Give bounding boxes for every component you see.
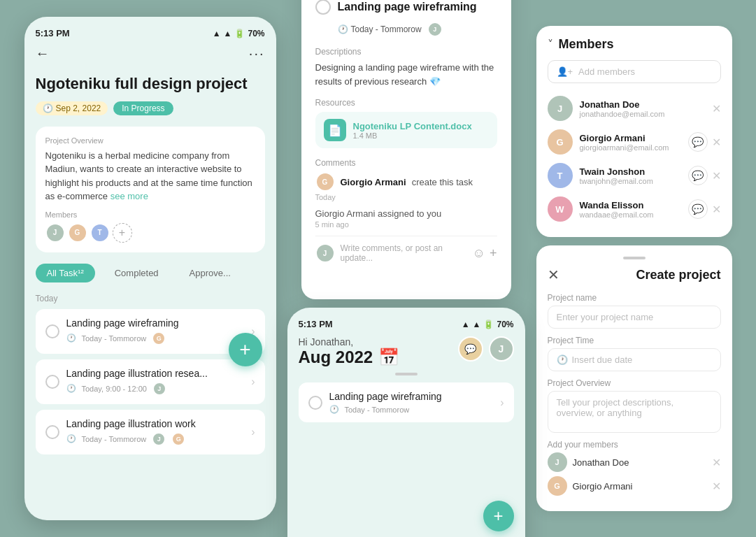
add-member-icon: 👤+ [557,66,573,77]
remove-added-2[interactable]: ✕ [712,480,721,493]
members-label: Members [45,210,255,219]
resource-name[interactable]: Ngoteniku LP Content.docx [353,121,472,131]
comment-item-1: G Giorgio Armani create this task Today [315,172,497,201]
member-row-4: W Wanda Elisson wandaae@email.com 💬 ✕ [548,192,721,226]
msg-btn-4[interactable]: 💬 [688,199,708,219]
today-label: Today [36,294,265,303]
clock-icon-p2: 🕐 [329,405,339,414]
remove-member-1[interactable]: ✕ [712,102,721,115]
project-overview-label: Project Overview [548,378,721,388]
msg-btn-3[interactable]: 💬 [688,166,708,185]
project-time-input[interactable]: 🕐 Insert due date [548,348,721,371]
battery-pct-2: 70% [497,320,513,329]
phone2-task-check[interactable] [308,396,322,410]
status-icons-1: ▲ ▲ 🔋 70% [213,29,265,38]
task-time-3: Today - Tommorow [82,435,147,443]
project-time-label: Project Time [548,336,721,345]
phone2-task-item[interactable]: Landing page wireframing 🕐 Today - Tommo… [299,382,514,422]
clock-icon-detail: 🕐 [338,24,348,34]
task-item-2[interactable]: Landing page illustration resea... 🕐 Tod… [36,359,265,404]
comment-user-avatar: J [315,243,335,263]
phone2-task-chevron: › [500,396,504,409]
overview-text: Ngoteniku is a herbal medicine company f… [45,149,255,203]
comment-action: create this task [412,177,473,187]
comment-input[interactable]: Write comments, or post an update... [341,243,467,263]
members-chevron[interactable]: ˅ [548,38,553,51]
comment-avatar-1: G [315,172,335,192]
fab-add-2[interactable]: + [483,501,514,531]
member-row-1: J Jonathan Doe jonathandoe@email.com ✕ [548,92,721,125]
task-check-2[interactable] [45,375,59,389]
members-card-header: ˅ Members [548,37,721,52]
task-avatar-1: G [152,331,166,345]
members-card: ˅ Members 👤+ Add members J Jonathan Doe … [536,26,732,237]
comment-text-2: Giorgio Armani assigned to you [315,208,497,219]
tab-approved[interactable]: Approve... [178,264,242,282]
remove-member-3[interactable]: ✕ [712,169,721,182]
add-members-label: Add your members [548,440,721,450]
back-button-1[interactable]: ← [36,45,50,62]
remove-member-4[interactable]: ✕ [712,203,721,216]
task-avatar-3a: J [152,432,166,446]
task-detail-time: Today - Tommorow [351,24,422,34]
right-panel: ˅ Members 👤+ Add members J Jonathan Doe … [536,26,732,511]
clock-icon-t3: 🕐 [66,434,76,443]
task-time-row: 🕐 Today - Tommorow J [338,22,497,37]
task-name-2: Landing page illustration resea... [66,368,245,379]
emoji-icon[interactable]: ☺ [473,246,485,261]
task-main-checkbox[interactable] [315,0,331,15]
msg-btn-2[interactable]: 💬 [688,132,708,152]
close-create-project[interactable]: ✕ [548,266,559,283]
month-display: Aug 2022 📅 [299,348,400,367]
status-tag: In Progress [113,101,173,115]
date-tag: 🕐 Sep 2, 2022 [36,101,108,115]
phone2-task-time: Today - Tommorow [345,406,410,414]
task-check-3[interactable] [45,425,59,439]
see-more-link[interactable]: see more [110,191,148,201]
chat-icon-badge[interactable]: 💬 [458,336,483,361]
members-section: Members J G T + [45,210,255,243]
fab-add-1[interactable]: + [229,333,262,366]
task-detail-card: ‹ Task ··· Task of Ngoteniku full design… [301,0,511,299]
doc-icon: 📄 [324,119,346,141]
resources-label: Resources [315,98,497,108]
project-overview-card: Project Overview Ngoteniku is a herbal m… [36,127,265,252]
more-button-1[interactable]: ··· [249,45,265,62]
member-name-1: Jonathan Doe [580,99,705,110]
member-row-2: G Giorgio Armani giorgioarmani@email.com… [548,125,721,159]
member-name-3: Twain Jonshon [580,166,681,177]
member-avatar-3: T [548,163,573,188]
comments-label: Comments [315,158,497,168]
status-bar-1: 5:13 PM ▲ ▲ 🔋 70% [36,28,265,38]
tab-completed[interactable]: Completed [104,264,170,282]
task-main-name: Landing page wireframing [338,1,477,13]
added-member-row-1: J Jonathan Doe ✕ [548,452,721,472]
description-text: Designing a landing page wireframe with … [315,61,497,88]
clock-icon-cp: 🕐 [557,355,568,365]
member-row-3: T Twain Jonshon twanjohn@email.com 💬 ✕ [548,159,721,192]
remove-member-2[interactable]: ✕ [712,136,721,149]
phone-mock-2: 5:13 PM ▲ ▲ 🔋 70% Hi Jonathan, Aug 2022 … [287,308,525,537]
user-avatar-2[interactable]: J [489,336,514,361]
project-overview-input[interactable]: Tell your project descriptions, overview… [548,391,721,433]
add-comment-icon[interactable]: + [490,246,497,261]
add-members-input[interactable]: 👤+ Add members [548,60,721,83]
calendar-icon[interactable]: 📅 [378,348,399,367]
added-avatar-1: J [548,452,567,472]
tab-all-tasks[interactable]: All Task¹² [36,264,95,282]
comment-time-1: Today [315,193,497,201]
task-avatar-2: J [152,382,166,396]
status-time-2: 5:13 PM [299,319,333,329]
comment-input-row: J Write comments, or post an update... ☺… [315,236,497,263]
task-item-3[interactable]: Landing page illustration work 🕐 Today -… [36,410,265,454]
project-name-input[interactable]: Enter your project name [548,306,721,329]
remove-added-1[interactable]: ✕ [712,456,721,469]
avatar-2: G [68,223,87,243]
member-name-4: Wanda Elisson [580,200,681,210]
add-member-btn[interactable]: + [113,223,132,243]
battery-pct: 70% [248,29,264,38]
task-avatar-3b: G [171,432,185,446]
battery-icon-2: 🔋 [483,320,494,329]
task-check-1[interactable] [45,324,59,338]
status-icons-2: ▲ ▲ 🔋 70% [462,320,514,329]
